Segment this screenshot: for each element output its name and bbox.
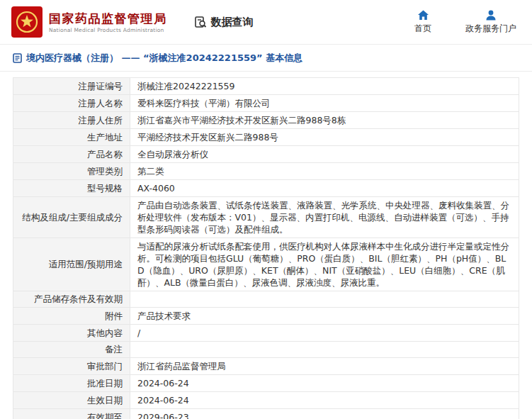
- row-product-name: 产品名称 全自动尿液分析仪: [13, 146, 519, 163]
- row-expiry-date-label: 有效期至: [13, 409, 130, 419]
- row-intended-use-value: 与适配的尿液分析试纸条配套使用，供医疗机构对人体尿液样本中生化成分进行半定量或定…: [130, 238, 519, 291]
- row-other-content-value: /: [130, 325, 519, 342]
- row-cert-no: 注册证编号 浙械注准20242221559: [13, 78, 519, 95]
- row-storage-validity: 产品储存条件及有效期: [13, 291, 519, 308]
- row-storage-validity-label: 产品储存条件及有效期: [13, 291, 130, 308]
- row-intended-use-label: 适用范围/预期用途: [13, 238, 130, 291]
- data-query-tab[interactable]: 数据查询: [194, 16, 254, 29]
- row-effective-date-label: 生效日期: [13, 392, 130, 409]
- row-registrant-name-label: 注册人名称: [13, 95, 130, 112]
- row-model-spec: 型号规格 AX-4060: [13, 180, 519, 197]
- row-attachment-label: 附件: [13, 308, 130, 325]
- row-approval-dept-value: 浙江省药品监督管理局: [130, 358, 519, 375]
- basic-info-table: 注册证编号 浙械注准20242221559 注册人名称 爱科来医疗科技（平湖）有…: [13, 77, 519, 419]
- row-production-address-label: 生产地址: [13, 129, 130, 146]
- row-other-content: 其他内容 /: [13, 325, 519, 342]
- row-storage-validity-value: [130, 291, 519, 308]
- row-other-content-label: 其他内容: [13, 325, 130, 342]
- row-expiry-date-value: 2029-06-23: [130, 409, 519, 419]
- row-remarks-value: [130, 342, 519, 358]
- row-remarks: 备注: [13, 342, 519, 358]
- row-cert-no-value: 浙械注准20242221559: [130, 78, 519, 95]
- row-registrant-name-value: 爱科来医疗科技（平湖）有限公司: [130, 95, 519, 112]
- org-name-cn: 国家药品监督管理局: [49, 11, 167, 26]
- row-structure-composition-value: 产品由自动选条装置、试纸条传送装置、液路装置、光学系统、中央处理器、废料收集装置…: [130, 197, 519, 238]
- row-model-spec-value: AX-4060: [130, 180, 519, 197]
- header-nav: 首页 政务服务门户: [410, 10, 521, 35]
- nav-portal-label: 政务服务门户: [465, 23, 516, 35]
- row-intended-use: 适用范围/预期用途 与适配的尿液分析试纸条配套使用，供医疗机构对人体尿液样本中生…: [13, 238, 519, 291]
- row-approval-date-value: 2024-06-24: [130, 375, 519, 392]
- row-management-class-label: 管理类别: [13, 163, 130, 180]
- row-approval-date-label: 批准日期: [13, 375, 130, 392]
- row-registrant-address-label: 注册人住所: [13, 112, 130, 129]
- row-production-address: 生产地址 平湖经济技术开发区新兴二路988号: [13, 129, 519, 146]
- china-national-emblem-icon: [15, 10, 39, 34]
- row-structure-composition: 结构及组成/主要组成成分 产品由自动选条装置、试纸条传送装置、液路装置、光学系统…: [13, 197, 519, 238]
- row-management-class: 管理类别 第二类: [13, 163, 519, 180]
- row-effective-date-value: 2024-06-24: [130, 392, 519, 409]
- breadcrumb: 境内医疗器械（注册） —— “浙械注准20242221559” 基本信息: [0, 45, 532, 72]
- nav-gov-service-portal[interactable]: 政务服务门户: [465, 10, 516, 35]
- org-name-en: National Medical Products Administration: [49, 27, 167, 33]
- search-doc-icon: [194, 16, 207, 28]
- row-effective-date: 生效日期 2024-06-24: [13, 392, 519, 409]
- row-cert-no-label: 注册证编号: [13, 78, 130, 95]
- row-approval-dept: 审批部门 浙江省药品监督管理局: [13, 358, 519, 375]
- row-remarks-label: 备注: [13, 342, 130, 358]
- row-management-class-value: 第二类: [130, 163, 519, 180]
- document-icon: [13, 53, 22, 63]
- row-product-name-value: 全自动尿液分析仪: [130, 146, 519, 163]
- org-title-block: 国家药品监督管理局 National Medical Products Admi…: [49, 11, 167, 33]
- row-model-spec-label: 型号规格: [13, 180, 130, 197]
- home-icon: [417, 10, 429, 21]
- page-header: 国家药品监督管理局 National Medical Products Admi…: [0, 0, 532, 45]
- row-attachment-value: 产品技术要求: [130, 308, 519, 325]
- row-production-address-value: 平湖经济技术开发区新兴二路988号: [130, 129, 519, 146]
- row-approval-dept-label: 审批部门: [13, 358, 130, 375]
- nmpa-logo: [11, 6, 43, 38]
- nav-home[interactable]: 首页: [410, 10, 436, 35]
- person-icon: [485, 10, 497, 21]
- basic-info-table-wrapper: 注册证编号 浙械注准20242221559 注册人名称 爱科来医疗科技（平湖）有…: [0, 72, 532, 419]
- row-attachment: 附件 产品技术要求: [13, 308, 519, 325]
- nav-home-label: 首页: [414, 23, 431, 35]
- row-registrant-address-value: 浙江省嘉兴市平湖经济技术开发区新兴二路988号8栋: [130, 112, 519, 129]
- row-expiry-date: 有效期至 2029-06-23: [13, 409, 519, 419]
- data-query-label: 数据查询: [211, 16, 254, 29]
- row-structure-composition-label: 结构及组成/主要组成成分: [13, 197, 130, 238]
- row-registrant-name: 注册人名称 爱科来医疗科技（平湖）有限公司: [13, 95, 519, 112]
- page-title: 境内医疗器械（注册） —— “浙械注准20242221559” 基本信息: [26, 52, 302, 65]
- row-product-name-label: 产品名称: [13, 146, 130, 163]
- row-registrant-address: 注册人住所 浙江省嘉兴市平湖经济技术开发区新兴二路988号8栋: [13, 112, 519, 129]
- row-approval-date: 批准日期 2024-06-24: [13, 375, 519, 392]
